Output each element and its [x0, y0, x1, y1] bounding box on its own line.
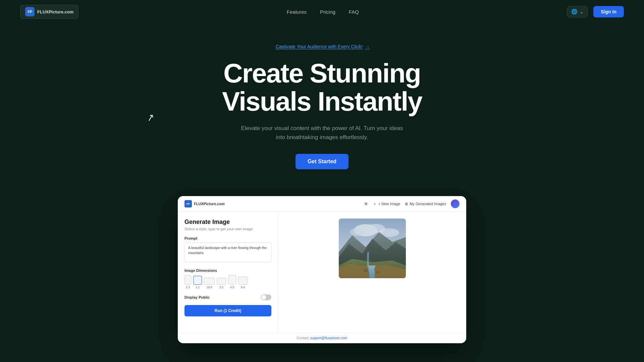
display-public-label: Display Public	[184, 295, 210, 299]
prompt-textarea[interactable]	[184, 242, 271, 262]
logo[interactable]: FP FLUXPicture.com	[20, 5, 78, 19]
svg-point-10	[376, 271, 379, 273]
logo-text: FLUXPicture.com	[37, 9, 73, 14]
logo-icon: FP	[25, 7, 35, 16]
dim-option-1-1[interactable]: 1:1	[193, 276, 202, 289]
hero-title: Create Stunning Visuals Instantly	[7, 59, 637, 116]
avatar	[451, 199, 460, 208]
preview-logo: FP FLUXPicture.com	[184, 200, 225, 207]
hero-title-line2: Visuals Instantly	[222, 86, 422, 116]
generate-image-heading: Generate Image	[184, 219, 271, 226]
contact-label: Contact:	[297, 336, 309, 340]
preview-left-panel: Generate Image Select a style, type to g…	[178, 212, 278, 333]
preview-nav-right: ☀ ＋ + New Image ⊞ My Generated Images	[364, 199, 460, 208]
generated-images-label: My Generated Images	[410, 202, 446, 206]
sun-icon: ☀	[364, 201, 368, 207]
nav-right: 🌐 ⌄ Sign In	[567, 6, 624, 17]
contact-email[interactable]: support@fluxpicture.com	[310, 336, 347, 340]
svg-point-9	[364, 269, 368, 272]
nav-links: Features Pricing FAQ	[287, 9, 359, 15]
preview-content: Generate Image Select a style, type to g…	[178, 212, 466, 333]
navbar: FP FLUXPicture.com Features Pricing FAQ …	[0, 0, 644, 23]
hero-section: ↗ Captivate Your Audience with Every Cli…	[0, 23, 644, 183]
app-preview: FP FLUXPicture.com ☀ ＋ + New Image ⊞ My …	[178, 196, 466, 343]
dimensions-options: 2:3 1:1 16:9 3:2	[184, 275, 271, 289]
language-button[interactable]: 🌐 ⌄	[567, 6, 588, 17]
image-grid-icon: ⊞	[405, 202, 408, 206]
preview-logo-text: FLUXPicture.com	[194, 202, 225, 206]
nav-link-features[interactable]: Features	[287, 9, 307, 15]
display-public-toggle[interactable]	[261, 294, 271, 300]
generated-images-button[interactable]: ⊞ My Generated Images	[405, 202, 446, 206]
prompt-label: Prompt	[184, 236, 271, 240]
sign-in-button[interactable]: Sign In	[593, 6, 624, 17]
hero-subtitle: Elevate your visual content with the pow…	[238, 124, 406, 142]
announcement-arrow: →	[365, 44, 370, 49]
run-button[interactable]: Run (1 Credit)	[184, 305, 271, 316]
dims-label: Image Dimensions	[184, 268, 271, 273]
new-image-label: + New Image	[378, 202, 400, 206]
dim-option-5-4[interactable]: 5:4	[238, 277, 248, 289]
hero-announcement[interactable]: Captivate Your Audience with Every Click…	[276, 44, 370, 49]
globe-icon: 🌐	[571, 9, 578, 15]
dim-option-16-9[interactable]: 16:9	[204, 278, 215, 289]
app-preview-wrapper: FP FLUXPicture.com ☀ ＋ + New Image ⊞ My …	[0, 183, 644, 362]
new-image-button[interactable]: ＋ + New Image	[373, 201, 400, 206]
plus-icon: ＋	[373, 201, 377, 206]
preview-logo-icon: FP	[184, 200, 192, 207]
preview-right-panel	[278, 212, 466, 333]
hero-title-line1: Create Stunning	[223, 58, 421, 88]
svg-point-3	[350, 228, 365, 236]
announcement-text: Captivate Your Audience with Every Click…	[276, 44, 363, 49]
nav-link-pricing[interactable]: Pricing	[320, 9, 335, 15]
display-public-row: Display Public	[184, 294, 271, 300]
generate-image-subheading: Select a style, type to get your own ima…	[184, 227, 271, 231]
dim-option-2-3[interactable]: 2:3	[184, 275, 191, 289]
dim-option-4-5[interactable]: 4:5	[228, 275, 236, 289]
preview-navbar: FP FLUXPicture.com ☀ ＋ + New Image ⊞ My …	[178, 196, 466, 212]
dim-option-3-2[interactable]: 3:2	[217, 278, 226, 289]
nav-link-faq[interactable]: FAQ	[349, 9, 359, 15]
generated-image	[339, 219, 406, 278]
lang-chevron: ⌄	[580, 9, 584, 14]
preview-footer: Contact: support@fluxpicture.com	[178, 333, 466, 343]
get-started-button[interactable]: Get Started	[296, 154, 348, 169]
